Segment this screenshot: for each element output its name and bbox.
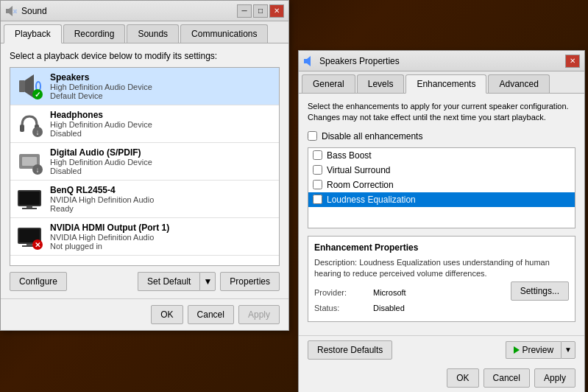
set-default-group: Set Default ▼ bbox=[138, 272, 216, 291]
provider-label: Provider: bbox=[314, 288, 373, 297]
bass-boost-checkbox[interactable] bbox=[313, 150, 322, 160]
sound-tabs: Playback Recording Sounds Communications bbox=[1, 21, 288, 43]
restore-defaults-button[interactable]: Restore Defaults bbox=[308, 340, 392, 360]
enhancement-properties: Enhancement Properties Description: Loud… bbox=[308, 236, 575, 322]
tab-communications[interactable]: Communications bbox=[180, 24, 268, 43]
device-action-buttons: Configure Set Default ▼ Properties bbox=[10, 272, 280, 291]
virtual-surround-label: Virtual Surround bbox=[327, 165, 391, 175]
speakers-ok-button[interactable]: OK bbox=[447, 368, 478, 388]
tab-sounds[interactable]: Sounds bbox=[127, 24, 179, 43]
device-benq[interactable]: BenQ RL2455-4 NVIDIA High Definition Aud… bbox=[10, 181, 279, 218]
sound-ok-button[interactable]: OK bbox=[151, 305, 183, 324]
svg-rect-13 bbox=[22, 208, 37, 209]
benq-info: BenQ RL2455-4 NVIDIA High Definition Aud… bbox=[50, 185, 273, 213]
minimize-button[interactable]: ─ bbox=[237, 4, 252, 18]
preview-play-icon bbox=[514, 346, 520, 354]
preview-button[interactable]: Preview bbox=[506, 341, 561, 359]
svg-rect-11 bbox=[19, 192, 40, 205]
disable-all-label: Disable all enhancements bbox=[322, 131, 422, 141]
speakers-title-text: Speakers Properties bbox=[319, 56, 400, 66]
speakers-titlebar: Speakers Properties ✕ bbox=[299, 51, 584, 71]
speakers-cancel-button[interactable]: Cancel bbox=[483, 368, 530, 388]
virtual-surround-checkbox[interactable] bbox=[313, 165, 322, 175]
properties-button[interactable]: Properties bbox=[220, 272, 280, 291]
sound-titlebar: )))) Sound ─ □ ✕ bbox=[1, 1, 288, 21]
enh-desc-label: Description: bbox=[314, 258, 357, 267]
sound-content: Select a playback device below to modify… bbox=[1, 43, 288, 298]
sound-title-text: Sound bbox=[21, 6, 47, 16]
svg-rect-3 bbox=[19, 80, 25, 92]
svg-rect-0 bbox=[6, 9, 9, 13]
speakers-badge: ✓ bbox=[32, 89, 43, 99]
status-value: Disabled bbox=[373, 304, 405, 312]
spdif-name: Digital Audio (S/PDIF) bbox=[50, 147, 273, 158]
svg-marker-1 bbox=[9, 6, 13, 16]
tab-advanced[interactable]: Advanced bbox=[488, 74, 549, 93]
speakers-status: Default Device bbox=[50, 91, 273, 100]
enh-props-title: Enhancement Properties bbox=[314, 242, 569, 253]
enhancements-list[interactable]: Bass Boost Virtual Surround Room Correct… bbox=[308, 147, 575, 228]
maximize-button[interactable]: □ bbox=[253, 4, 268, 18]
enh-description: Description: Loudness Equalization uses … bbox=[314, 257, 569, 280]
speakers-bottom-row: OK Cancel Apply bbox=[299, 364, 584, 392]
nvidia-badge: ✕ bbox=[32, 239, 43, 250]
disable-all-row: Disable all enhancements bbox=[308, 131, 575, 141]
device-nvidia-hdmi[interactable]: ✕ NVIDIA HDMI Output (Port 1) NVIDIA Hig… bbox=[10, 218, 279, 256]
headphones-name: Headphones bbox=[50, 110, 273, 120]
nvidia-hdmi-info: NVIDIA HDMI Output (Port 1) NVIDIA High … bbox=[50, 223, 273, 251]
room-correction-label: Room Correction bbox=[327, 180, 394, 190]
enh-bass-boost[interactable]: Bass Boost bbox=[308, 148, 575, 163]
preview-dropdown[interactable]: ▼ bbox=[561, 341, 575, 359]
tab-recording[interactable]: Recording bbox=[63, 24, 126, 43]
enh-virtual-surround[interactable]: Virtual Surround bbox=[308, 163, 575, 178]
spdif-status: Disabled bbox=[50, 167, 273, 175]
svg-text:)))): )))) bbox=[13, 9, 17, 13]
speakers-titlebar-left: Speakers Properties bbox=[303, 55, 400, 67]
spdif-info: Digital Audio (S/PDIF) High Definition A… bbox=[50, 147, 273, 175]
status-label: Status: bbox=[314, 304, 373, 312]
provider-row: Provider: Microsoft Settings... bbox=[314, 284, 569, 301]
device-list[interactable]: ✓ Speakers High Definition Audio Device … bbox=[10, 67, 280, 266]
close-button[interactable]: ✕ bbox=[269, 4, 284, 18]
nvidia-hdmi-name: NVIDIA HDMI Output (Port 1) bbox=[50, 223, 273, 233]
set-default-button[interactable]: Set Default bbox=[138, 272, 199, 291]
speakers-info: Speakers High Definition Audio Device De… bbox=[50, 72, 273, 100]
enh-loudness[interactable]: Loudness Equalization bbox=[308, 192, 575, 207]
nvidia-hdmi-icon: ✕ bbox=[16, 223, 43, 250]
sound-dialog: )))) Sound ─ □ ✕ Playback Recording Soun… bbox=[0, 0, 289, 331]
sound-bottom-row: OK Cancel Apply bbox=[1, 298, 288, 330]
spdif-icon: ↓ bbox=[16, 148, 43, 175]
device-spdif[interactable]: ↓ Digital Audio (S/PDIF) High Definition… bbox=[10, 143, 279, 181]
headphones-icon: ↓ bbox=[16, 111, 43, 137]
speakers-name: Speakers bbox=[50, 72, 273, 83]
tab-levels[interactable]: Levels bbox=[357, 74, 405, 93]
nvidia-hdmi-sub: NVIDIA High Definition Audio bbox=[50, 233, 273, 242]
loudness-label: Loudness Equalization bbox=[327, 195, 416, 205]
enh-room-correction[interactable]: Room Correction bbox=[308, 178, 575, 192]
disable-all-checkbox[interactable] bbox=[308, 131, 317, 141]
tab-general[interactable]: General bbox=[302, 74, 355, 93]
device-headphones[interactable]: ↓ Headphones High Definition Audio Devic… bbox=[10, 105, 279, 143]
tab-playback[interactable]: Playback bbox=[4, 24, 62, 43]
sound-title-icon: )))) bbox=[5, 5, 17, 17]
speakers-close-button[interactable]: ✕ bbox=[565, 55, 580, 68]
sound-cancel-button[interactable]: Cancel bbox=[188, 305, 234, 324]
restore-row: Restore Defaults Preview ▼ bbox=[299, 335, 584, 364]
benq-status: Ready bbox=[50, 204, 273, 213]
speakers-content: Select the enhancements to apply for you… bbox=[299, 94, 584, 335]
tab-enhancements[interactable]: Enhancements bbox=[405, 74, 486, 94]
titlebar-left: )))) Sound bbox=[5, 5, 47, 17]
loudness-checkbox[interactable] bbox=[313, 195, 322, 204]
device-speakers[interactable]: ✓ Speakers High Definition Audio Device … bbox=[10, 68, 279, 105]
bass-boost-label: Bass Boost bbox=[327, 150, 372, 161]
settings-button[interactable]: Settings... bbox=[511, 281, 569, 301]
room-correction-checkbox[interactable] bbox=[313, 180, 322, 189]
configure-button[interactable]: Configure bbox=[10, 272, 67, 291]
sound-apply-button[interactable]: Apply bbox=[238, 305, 280, 324]
spdif-sub: High Definition Audio Device bbox=[50, 158, 273, 167]
set-default-dropdown[interactable]: ▼ bbox=[199, 272, 216, 291]
benq-icon bbox=[16, 186, 43, 212]
speakers-titlebar-buttons: ✕ bbox=[565, 55, 580, 68]
speakers-apply-button[interactable]: Apply bbox=[534, 368, 575, 388]
status-row: Status: Disabled bbox=[314, 304, 569, 312]
